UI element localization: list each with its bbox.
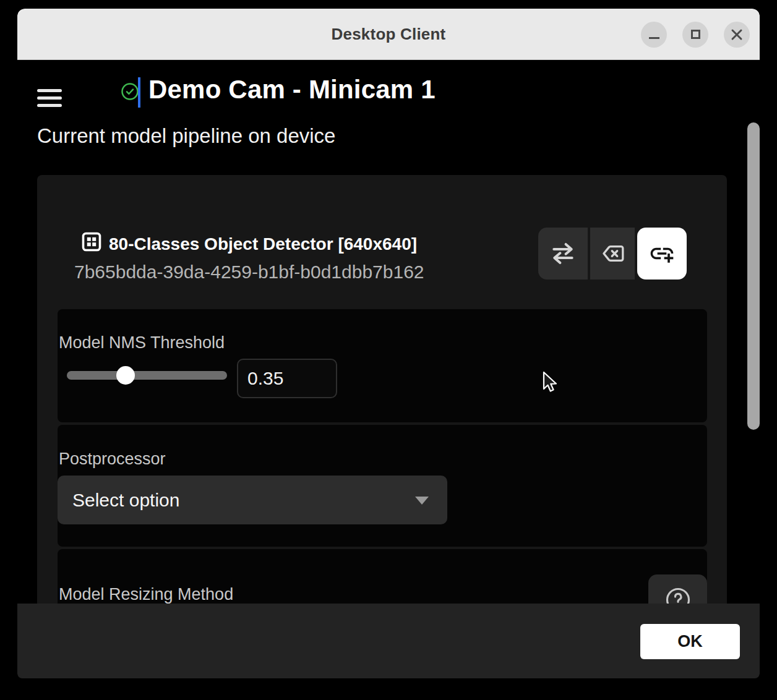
model-name: 80-Classes Object Detector [640x640] (109, 234, 417, 254)
check-circle-icon (121, 82, 139, 103)
grid-icon (80, 231, 103, 255)
clear-model-button[interactable] (590, 228, 635, 280)
menu-button[interactable] (37, 89, 62, 107)
nms-threshold-slider[interactable] (67, 371, 227, 380)
slider-thumb[interactable] (116, 366, 135, 385)
postprocessor-label: Postprocessor (59, 450, 166, 469)
app-window: Desktop Client (17, 9, 760, 679)
link-plus-icon (648, 240, 676, 267)
content-area: Demo Cam - Minicam 1 Current model pipel… (17, 60, 760, 678)
maximize-icon (691, 30, 700, 39)
footer-bar: OK (17, 604, 760, 678)
model-action-group (538, 228, 687, 280)
postprocessor-section: Postprocessor Select option (58, 425, 707, 547)
menu-icon (37, 104, 62, 107)
chevron-down-icon (415, 497, 429, 505)
page-subtitle: Current model pipeline on device (37, 124, 335, 148)
minimize-button[interactable] (641, 22, 667, 48)
text-caret (138, 77, 140, 108)
selected-option-text: Select option (72, 490, 179, 511)
nms-threshold-section: Model NMS Threshold 0.35 (58, 309, 707, 422)
nms-threshold-label: Model NMS Threshold (59, 333, 225, 352)
backspace-icon (599, 241, 625, 267)
menu-icon (37, 96, 62, 100)
swap-arrows-icon (549, 240, 577, 267)
window-controls (641, 9, 750, 60)
postprocessor-select[interactable]: Select option (58, 476, 447, 524)
ok-button[interactable]: OK (640, 624, 740, 659)
close-button[interactable] (724, 22, 750, 48)
menu-icon (37, 89, 62, 92)
titlebar[interactable]: Desktop Client (17, 9, 760, 60)
model-uuid: 7b65bdda-39da-4259-b1bf-b0d1dbb7b162 (74, 262, 424, 283)
scrollbar-thumb[interactable] (747, 122, 760, 430)
pipeline-card: 80-Classes Object Detector [640x640] 7b6… (37, 175, 727, 678)
add-link-button[interactable] (637, 228, 687, 280)
minimize-icon (649, 37, 659, 39)
screen: Desktop Client (0, 0, 777, 700)
close-icon (731, 28, 743, 41)
swap-model-button[interactable] (538, 228, 588, 280)
maximize-button[interactable] (682, 22, 708, 48)
nms-threshold-value[interactable]: 0.35 (237, 359, 337, 398)
page-title: Demo Cam - Minicam 1 (148, 75, 436, 105)
resizing-method-label: Model Resizing Method (59, 585, 233, 604)
